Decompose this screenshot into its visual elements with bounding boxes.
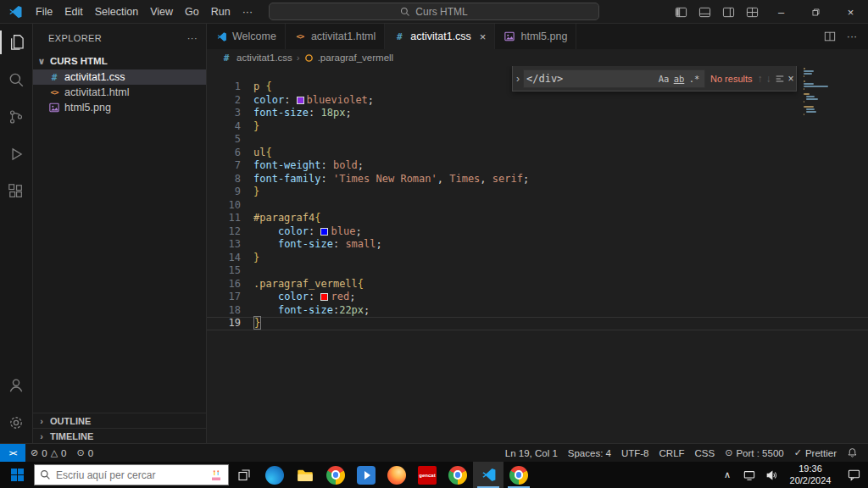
folder-curs-html[interactable]: ∨ CURS HTML xyxy=(33,53,206,69)
code-line-2[interactable]: 2color: blueviolet; xyxy=(207,94,868,108)
volume-icon[interactable] xyxy=(761,462,782,488)
tray-chevron-up-icon[interactable]: ∧ xyxy=(717,462,737,488)
taskbar-search[interactable] xyxy=(34,464,229,485)
code-line-4[interactable]: 4} xyxy=(207,120,868,134)
command-center-search[interactable]: Curs HTML xyxy=(269,3,599,20)
minimize-button[interactable]: – xyxy=(764,0,798,24)
previous-match-icon[interactable]: ↑ xyxy=(758,73,763,85)
status-prettier[interactable]: ✓Prettier xyxy=(789,447,842,458)
problems-status[interactable]: ⊘ 0 △ 0 xyxy=(25,444,72,462)
menubar-item-selection[interactable]: Selection xyxy=(89,3,144,21)
breadcrumb-symbol[interactable]: .paragraf_vermell xyxy=(318,53,393,63)
code-editor[interactable]: 1p {2color: blueviolet;3font-size: 18px;… xyxy=(207,66,868,443)
code-line-6[interactable]: 6ul{ xyxy=(207,147,868,160)
network-icon[interactable] xyxy=(739,462,760,488)
tab-welcome[interactable]: Welcome xyxy=(207,24,286,49)
code-line-19[interactable]: 19} xyxy=(207,317,868,330)
code-line-9[interactable]: 9} xyxy=(207,186,868,199)
taskbar-firefox[interactable] xyxy=(381,462,412,488)
find-input[interactable] xyxy=(526,73,656,85)
taskbar-chrome-1[interactable] xyxy=(320,462,351,488)
taskbar-search-input[interactable] xyxy=(56,469,204,481)
code-line-17[interactable]: 17 color: red; xyxy=(207,291,868,304)
code-line-15[interactable]: 15 xyxy=(207,264,868,278)
find-in-selection-icon[interactable] xyxy=(775,74,785,84)
customize-layout-icon[interactable] xyxy=(740,0,764,24)
breadcrumb-file[interactable]: activitat1.css xyxy=(236,53,292,63)
task-view-button[interactable] xyxy=(229,462,259,488)
code-line-14[interactable]: 14} xyxy=(207,252,868,265)
menubar-item-view[interactable]: View xyxy=(144,3,179,21)
code-line-7[interactable]: 7font-weight: bold; xyxy=(207,159,868,173)
toggle-sidebar-icon[interactable] xyxy=(669,0,693,24)
status-indentation[interactable]: Spaces: 4 xyxy=(563,448,616,458)
remote-indicator[interactable]: >< xyxy=(0,444,25,462)
code-line-8[interactable]: 8font-family: 'Times New Roman', Times, … xyxy=(207,173,868,186)
menubar-item-go[interactable]: Go xyxy=(179,3,205,21)
run-debug-icon[interactable] xyxy=(0,136,32,173)
close-tab-icon[interactable]: × xyxy=(480,30,487,43)
status-cursor-position[interactable]: Ln 19, Col 1 xyxy=(500,448,563,458)
menubar-item-run[interactable]: Run xyxy=(205,3,236,21)
file-activitat1-html[interactable]: <>activitat1.html xyxy=(33,85,206,100)
code-line-13[interactable]: 13 font-size: small; xyxy=(207,238,868,252)
split-editor-icon[interactable] xyxy=(821,27,839,46)
toggle-replace-icon[interactable]: › xyxy=(516,73,520,85)
status-language-mode[interactable]: CSS xyxy=(690,448,721,458)
explorer-more-actions-icon[interactable]: ··· xyxy=(187,33,198,43)
extensions-icon[interactable] xyxy=(0,173,32,210)
color-swatch[interactable] xyxy=(320,293,328,301)
accounts-icon[interactable] xyxy=(0,367,32,404)
whole-word-icon[interactable]: ab xyxy=(671,74,687,84)
match-case-icon[interactable]: Aa xyxy=(656,74,671,84)
taskbar-clock[interactable]: 19:36 20/2/2024 xyxy=(783,463,837,487)
restore-button[interactable] xyxy=(798,0,833,24)
start-button[interactable] xyxy=(0,462,34,488)
toggle-panel-icon[interactable] xyxy=(693,0,716,24)
taskbar-media-app[interactable] xyxy=(351,462,381,488)
status-encoding[interactable]: UTF-8 xyxy=(616,448,654,458)
file-activitat1-css[interactable]: #activitat1.css xyxy=(33,69,206,85)
code-line-16[interactable]: 16.paragraf_vermell{ xyxy=(207,278,868,291)
taskbar-vscode[interactable] xyxy=(473,462,504,488)
settings-gear-icon[interactable] xyxy=(0,404,32,441)
code-line-11[interactable]: 11#paragraf4{ xyxy=(207,212,868,225)
color-swatch[interactable] xyxy=(297,97,304,104)
taskbar-gencat[interactable]: gencat xyxy=(412,462,442,488)
minimap[interactable] xyxy=(804,68,831,116)
menubar-item--[interactable]: ··· xyxy=(236,3,259,21)
action-center-icon[interactable] xyxy=(839,462,868,488)
next-match-icon[interactable]: ↓ xyxy=(766,73,771,85)
timeline-section[interactable]: › TIMELINE xyxy=(33,428,206,443)
ports-status[interactable]: ⊙ 0 xyxy=(72,444,99,462)
menubar-item-edit[interactable]: Edit xyxy=(58,3,89,21)
code-line-10[interactable]: 10 xyxy=(207,199,868,213)
source-control-icon[interactable] xyxy=(0,98,32,136)
tab-activitat1-html[interactable]: <>activitat1.html xyxy=(286,24,385,49)
status-live-server-port[interactable]: ⊙Port : 5500 xyxy=(720,447,788,458)
notifications-bell-icon[interactable] xyxy=(842,444,863,462)
search-view-icon[interactable] xyxy=(0,61,32,98)
color-swatch[interactable] xyxy=(320,228,328,236)
taskbar-chrome-3[interactable] xyxy=(504,462,534,488)
code-line-3[interactable]: 3font-size: 18px; xyxy=(207,107,868,120)
explorer-view-icon[interactable] xyxy=(0,24,32,61)
status-eol[interactable]: CRLF xyxy=(654,448,690,458)
regex-icon[interactable]: .* xyxy=(687,74,702,84)
activity-bar-bottom xyxy=(0,367,32,441)
taskbar-chrome-2[interactable] xyxy=(442,462,473,488)
code-line-5[interactable]: 5 xyxy=(207,133,868,147)
close-button[interactable]: × xyxy=(833,0,868,24)
menubar-item-file[interactable]: File xyxy=(30,3,58,21)
toggle-secondary-sidebar-icon[interactable] xyxy=(716,0,740,24)
taskbar-file-explorer[interactable] xyxy=(290,462,320,488)
taskbar-edge[interactable] xyxy=(259,462,290,488)
tab-html5-png[interactable]: html5.png xyxy=(495,24,576,49)
code-line-18[interactable]: 18 font-size:22px; xyxy=(207,304,868,318)
outline-section[interactable]: › OUTLINE xyxy=(33,413,206,428)
more-actions-icon[interactable]: ··· xyxy=(843,27,861,46)
tab-activitat1-css[interactable]: #activitat1.css× xyxy=(385,24,495,49)
close-find-icon[interactable]: × xyxy=(788,73,794,85)
file-html5-png[interactable]: html5.png xyxy=(33,100,206,115)
code-line-12[interactable]: 12 color: blue; xyxy=(207,225,868,239)
